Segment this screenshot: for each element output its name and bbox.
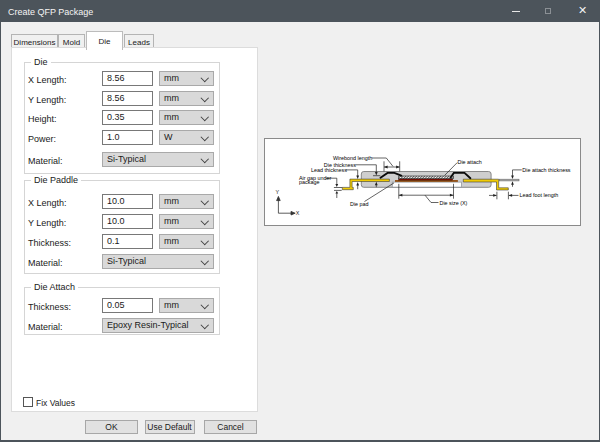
svg-text:Die attach: Die attach — [458, 159, 482, 165]
svg-text:Die size (X): Die size (X) — [440, 200, 468, 206]
svg-text:Lead thickness: Lead thickness — [311, 167, 347, 173]
svg-text:Wirebond length: Wirebond length — [333, 155, 372, 161]
svg-text:Lead foot length: Lead foot length — [520, 192, 559, 198]
svg-text:X: X — [296, 210, 300, 216]
svg-text:package: package — [299, 179, 319, 185]
svg-text:Y: Y — [276, 189, 280, 195]
svg-text:Die attach thickness: Die attach thickness — [522, 167, 571, 173]
svg-text:Die pad: Die pad — [350, 201, 369, 207]
